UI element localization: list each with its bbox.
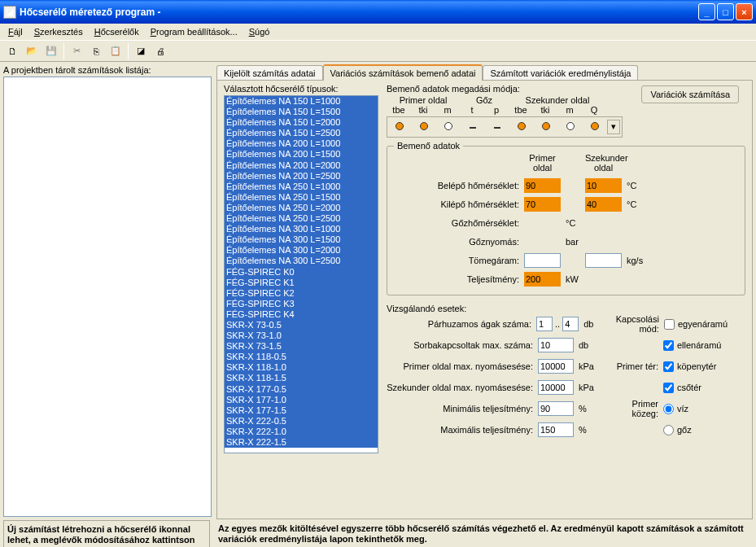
list-item[interactable]: Építőelemes NA 200 L=1500	[225, 149, 378, 160]
mode-dot	[518, 122, 526, 130]
list-item[interactable]: FÉG-SPIREC K2	[225, 288, 378, 299]
close-button[interactable]: ×	[736, 3, 753, 20]
list-item[interactable]: Építőelemes NA 150 L=1500	[225, 107, 378, 117]
chk-ellen[interactable]	[663, 340, 674, 351]
list-item[interactable]: FÉG-SPIREC K1	[225, 278, 378, 288]
list-item[interactable]: Építőelemes NA 250 L=1000	[225, 182, 378, 192]
chk-kopeny[interactable]	[663, 361, 674, 372]
fieldset-legend: Bemenő adatok	[394, 141, 463, 151]
chk-egyen[interactable]	[664, 319, 675, 330]
inp-kilepo-primer[interactable]	[524, 197, 561, 212]
list-item[interactable]: SKR-X 118-0.5	[225, 352, 378, 362]
list-item[interactable]: SKR-X 222-0.5	[225, 416, 378, 427]
toolbar: 🗋 📂 💾 ✂ ⎘ 📋 ◪ 🖨	[0, 40, 756, 62]
list-item[interactable]: SKR-X 222-1.5	[225, 437, 378, 448]
mode-dot	[566, 122, 575, 130]
title-bar: ◪ Hőcserélő méretező program - _ □ ×	[0, 0, 756, 24]
save-button[interactable]: 💾	[42, 42, 60, 60]
inp-sorba[interactable]	[538, 338, 574, 352]
tab-selected-data[interactable]: Kijelölt számítás adatai	[216, 65, 323, 81]
hint-left: Új számítást létrehozni a hőcserélő ikon…	[3, 520, 210, 547]
list-item[interactable]: Építőelemes NA 150 L=2500	[225, 128, 378, 138]
list-item[interactable]: FÉG-SPIREC K3	[225, 299, 378, 309]
hint-right: Az egyes mezők kitöltésével egyszerre tö…	[215, 520, 753, 547]
inp-belepo-primer[interactable]	[524, 178, 561, 193]
input-data-fieldset: Bemenő adatok Primeroldal Szekunderoldal…	[387, 146, 745, 295]
hx-icon-button[interactable]: ◪	[132, 42, 150, 60]
cut-button[interactable]: ✂	[68, 42, 85, 60]
list-item[interactable]: FÉG-SPIREC K0	[225, 267, 378, 278]
list-item[interactable]: SKR-X 73-1.0	[225, 330, 378, 341]
list-item[interactable]: SKR-X 118-1.5	[225, 373, 378, 383]
inp-tomeg-primer[interactable]	[524, 253, 561, 268]
mode-selector[interactable]: ▾	[387, 116, 623, 138]
print-button[interactable]: 🖨	[151, 42, 169, 60]
inp-tomeg-szek[interactable]	[585, 253, 622, 268]
lbl-max-telj: Maximális teljesítmény:	[387, 425, 538, 435]
copy-button[interactable]: ⎘	[87, 42, 105, 60]
list-item[interactable]: SKR-X 177-1.0	[225, 395, 378, 405]
menu-file[interactable]: Fájl	[3, 25, 28, 38]
calc-list[interactable]	[3, 77, 212, 517]
menu-settings[interactable]: Program beállítások...	[146, 25, 243, 38]
inp-max-telj[interactable]	[538, 422, 574, 437]
maximize-button[interactable]: □	[717, 3, 734, 20]
menu-edit[interactable]: Szerkesztés	[29, 25, 88, 38]
head-szekunder: Szekunder oldal	[509, 95, 606, 105]
inp-kilepo-szek[interactable]	[585, 197, 622, 212]
lbl-min-telj: Minimális teljesítmény:	[387, 404, 538, 414]
list-item[interactable]: SKR-X 73-0.5	[225, 320, 378, 330]
mode-dropdown-button[interactable]: ▾	[607, 120, 620, 134]
list-item[interactable]: Építőelemes NA 200 L=2000	[225, 160, 378, 171]
lbl-sorba: Sorbakapcsoltak max. száma:	[387, 340, 538, 350]
list-item[interactable]: Építőelemes NA 150 L=1000	[225, 96, 378, 107]
window-title: Hőcserélő méretező program -	[20, 7, 698, 18]
tab-panel: Választott hőcserélő típusok: Építőeleme…	[216, 80, 753, 519]
list-item[interactable]: SKR-X 222-1.0	[225, 427, 378, 437]
list-item[interactable]: Építőelemes NA 200 L=1000	[225, 138, 378, 149]
rad-goz[interactable]	[663, 425, 674, 435]
inp-telj[interactable]	[524, 272, 561, 287]
new-button[interactable]: 🗋	[3, 42, 21, 60]
inp-szek-nyom[interactable]	[538, 380, 574, 395]
list-item[interactable]: SKR-X 177-1.5	[225, 405, 378, 416]
rad-viz[interactable]	[663, 404, 674, 414]
mode-dot	[444, 122, 452, 130]
head-goz: Gőz	[460, 95, 509, 105]
list-item[interactable]: Építőelemes NA 250 L=2500	[225, 213, 378, 224]
list-item[interactable]: Építőelemes NA 250 L=1500	[225, 192, 378, 203]
inp-belepo-szek[interactable]	[585, 178, 622, 193]
mode-dot	[542, 122, 550, 130]
lbl-kapcs: Kapcsolási mód:	[616, 314, 664, 334]
menu-help[interactable]: Súgó	[244, 25, 275, 38]
calculate-button[interactable]: Variációk számítása	[641, 85, 739, 103]
inp-parhuz-to[interactable]	[562, 317, 579, 331]
head-primer: Primer oldal	[387, 95, 460, 105]
list-item[interactable]: SKR-X 177-0.5	[225, 384, 378, 395]
minimize-button[interactable]: _	[698, 3, 715, 20]
menu-hx[interactable]: Hőcserélők	[90, 25, 144, 38]
inp-primer-nyom[interactable]	[538, 359, 574, 374]
list-item[interactable]: SKR-X 73-1.5	[225, 341, 378, 352]
list-item[interactable]: FÉG-SPIREC K4	[225, 309, 378, 320]
list-item[interactable]: Építőelemes NA 300 L=2500	[225, 256, 378, 266]
lbl-tomeg: Tömegáram:	[394, 256, 524, 265]
col-szekunder: Szekunderoldal	[585, 153, 622, 173]
list-item[interactable]: Építőelemes NA 300 L=1500	[225, 234, 378, 245]
chk-csoter[interactable]	[663, 383, 674, 393]
paste-button[interactable]: 📋	[107, 42, 125, 60]
open-button[interactable]: 📂	[23, 42, 41, 60]
inp-parhuz-from[interactable]	[536, 317, 553, 331]
list-item[interactable]: Építőelemes NA 300 L=2000	[225, 245, 378, 256]
list-item[interactable]: Építőelemes NA 200 L=2500	[225, 171, 378, 182]
list-item[interactable]: Építőelemes NA 150 L=2000	[225, 117, 378, 128]
lbl-parhuz: Párhuzamos ágak száma:	[387, 319, 536, 329]
types-listbox[interactable]: Építőelemes NA 150 L=1000Építőelemes NA …	[224, 95, 378, 453]
list-item[interactable]: SKR-X 118-1.0	[225, 362, 378, 373]
tab-results[interactable]: Számított variációk eredménylistája	[483, 65, 638, 81]
list-item[interactable]: Építőelemes NA 250 L=2000	[225, 203, 378, 213]
tab-variation-input[interactable]: Variációs számítások bemenő adatai	[323, 64, 483, 81]
list-item[interactable]: Építőelemes NA 300 L=1000	[225, 224, 378, 234]
inp-min-telj[interactable]	[538, 401, 574, 416]
lbl-gozhom: Gőzhőmérséklet:	[394, 218, 524, 228]
